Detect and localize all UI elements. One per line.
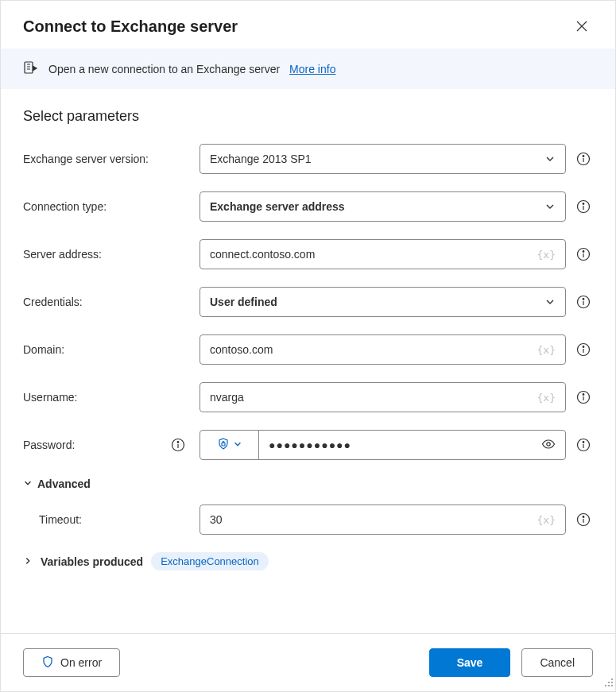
- password-mask: ●●●●●●●●●●●: [269, 439, 351, 451]
- info-icon[interactable]: [576, 295, 591, 309]
- info-icon[interactable]: [576, 247, 591, 261]
- svg-point-12: [583, 394, 584, 396]
- svg-rect-15: [222, 443, 225, 446]
- input-domain[interactable]: contoso.com {x}: [200, 334, 566, 365]
- info-icon[interactable]: [171, 438, 185, 452]
- shield-lock-icon: [217, 438, 230, 453]
- info-icon[interactable]: [576, 152, 591, 166]
- info-bar-text: Open a new connection to an Exchange ser…: [48, 63, 280, 75]
- row-timeout: Timeout: 30 {x}: [23, 505, 593, 535]
- svg-point-18: [583, 442, 584, 443]
- label-connection-type: Connection type:: [23, 200, 107, 213]
- svg-point-2: [583, 156, 584, 157]
- label-password: Password:: [23, 439, 75, 451]
- select-exchange-version-value: Exchange 2013 SP1: [210, 153, 312, 165]
- section-title: Select parameters: [23, 108, 593, 125]
- more-info-link[interactable]: More info: [289, 63, 335, 75]
- label-timeout: Timeout:: [39, 513, 82, 526]
- variable-hint-icon[interactable]: {x}: [537, 249, 556, 261]
- svg-point-4: [583, 203, 584, 205]
- save-label: Save: [457, 656, 483, 669]
- chevron-down-icon: [544, 153, 556, 164]
- svg-point-10: [583, 346, 584, 348]
- select-credentials-value: User defined: [210, 296, 277, 308]
- label-domain: Domain:: [23, 343, 64, 356]
- svg-point-22: [611, 682, 613, 683]
- info-icon[interactable]: [576, 438, 591, 452]
- svg-point-16: [547, 442, 550, 445]
- svg-point-23: [608, 685, 610, 686]
- variable-hint-icon[interactable]: {x}: [537, 514, 556, 526]
- chevron-right-icon: [23, 555, 33, 568]
- row-domain: Domain: contoso.com {x}: [23, 334, 593, 365]
- select-credentials[interactable]: User defined: [200, 287, 566, 317]
- dialog-body: Select parameters Exchange server versio…: [1, 89, 615, 633]
- chevron-down-icon: [233, 439, 242, 451]
- chevron-down-icon: [23, 477, 33, 490]
- info-icon[interactable]: [576, 512, 591, 527]
- on-error-button[interactable]: On error: [23, 648, 120, 677]
- input-password[interactable]: ●●●●●●●●●●●: [259, 431, 565, 459]
- cancel-button[interactable]: Cancel: [521, 648, 593, 677]
- variable-hint-icon[interactable]: {x}: [537, 344, 556, 356]
- input-timeout[interactable]: 30 {x}: [200, 505, 566, 535]
- cancel-label: Cancel: [540, 656, 575, 669]
- resize-grip-icon[interactable]: [604, 677, 614, 690]
- input-timeout-value: 30: [210, 513, 537, 526]
- expander-variables[interactable]: Variables produced ExchangeConnection: [23, 552, 593, 570]
- select-connection-type-value: Exchange server address: [210, 200, 345, 213]
- dialog-title: Connect to Exchange server: [23, 17, 238, 36]
- input-server-address-value: connect.contoso.com: [210, 248, 537, 261]
- input-server-address[interactable]: connect.contoso.com {x}: [200, 239, 566, 269]
- row-server-address: Server address: connect.contoso.com {x}: [23, 239, 593, 269]
- svg-point-26: [605, 685, 606, 686]
- svg-point-14: [177, 442, 179, 443]
- input-username[interactable]: nvarga {x}: [200, 382, 566, 412]
- eye-icon[interactable]: [541, 437, 556, 454]
- info-icon[interactable]: [576, 199, 591, 214]
- row-username: Username: nvarga {x}: [23, 382, 593, 412]
- footer-right: Save Cancel: [429, 648, 593, 677]
- close-icon: [575, 20, 588, 33]
- row-exchange-version: Exchange server version: Exchange 2013 S…: [23, 144, 593, 174]
- input-username-value: nvarga: [210, 391, 537, 404]
- input-domain-value: contoso.com: [210, 343, 537, 356]
- row-password: Password: ●●●●●●●●●●●: [23, 430, 593, 460]
- label-exchange-version: Exchange server version:: [23, 153, 149, 165]
- svg-point-8: [583, 299, 584, 300]
- variable-hint-icon[interactable]: {x}: [537, 392, 556, 404]
- chevron-down-icon: [544, 296, 556, 307]
- chevron-down-icon: [544, 201, 556, 212]
- close-button[interactable]: [571, 15, 593, 37]
- info-icon[interactable]: [576, 342, 591, 357]
- dialog-footer: On error Save Cancel: [1, 633, 615, 691]
- row-credentials: Credentials: User defined: [23, 287, 593, 317]
- dialog-header: Connect to Exchange server: [1, 1, 615, 48]
- save-button[interactable]: Save: [429, 648, 511, 677]
- expander-advanced-label: Advanced: [37, 477, 91, 490]
- input-password-wrap: ●●●●●●●●●●●: [200, 430, 566, 460]
- label-server-address: Server address:: [23, 248, 102, 261]
- svg-rect-0: [25, 62, 33, 73]
- select-connection-type[interactable]: Exchange server address: [200, 191, 566, 222]
- variables-label: Variables produced: [41, 555, 143, 568]
- info-bar: Open a new connection to an Exchange ser…: [1, 48, 615, 89]
- password-source-dropdown[interactable]: [200, 431, 259, 459]
- svg-point-20: [583, 516, 584, 518]
- variable-chip[interactable]: ExchangeConnection: [151, 552, 269, 570]
- select-exchange-version[interactable]: Exchange 2013 SP1: [200, 144, 566, 174]
- row-connection-type: Connection type: Exchange server address: [23, 191, 593, 222]
- label-credentials: Credentials:: [23, 296, 83, 308]
- svg-point-24: [611, 678, 613, 680]
- info-icon[interactable]: [576, 390, 591, 404]
- dialog: Connect to Exchange server Open a new co…: [0, 0, 616, 692]
- shield-icon: [41, 655, 54, 671]
- label-username: Username:: [23, 391, 77, 404]
- expander-advanced[interactable]: Advanced: [23, 477, 593, 490]
- svg-point-21: [611, 685, 613, 686]
- on-error-label: On error: [60, 656, 102, 669]
- svg-point-6: [583, 251, 584, 253]
- action-icon: [23, 60, 39, 78]
- svg-point-25: [608, 682, 610, 683]
